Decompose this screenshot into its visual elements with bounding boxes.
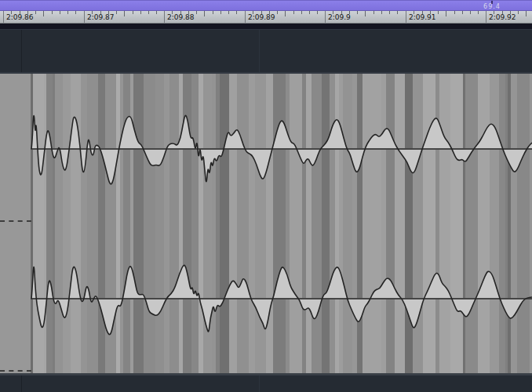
ruler-minor-tick (462, 11, 463, 14)
audio-item-waveform[interactable] (0, 72, 532, 375)
empty-track-area-top[interactable] (0, 30, 532, 72)
ruler-minor-tick (349, 11, 350, 14)
ruler-minor-tick (92, 11, 93, 14)
ruler-minor-tick (236, 11, 237, 14)
ruler-minor-tick (124, 11, 125, 16)
ruler-minor-tick (133, 11, 133, 14)
ruler-minor-tick (317, 11, 318, 14)
ruler-minor-tick (261, 11, 262, 14)
ruler-time-label: 2:09.91 (409, 13, 436, 21)
ruler-minor-tick (357, 11, 358, 14)
ruler-minor-tick (285, 11, 286, 16)
timeline-ruler[interactable]: 2:09.862:09.872:09.882:09.892:09.92:09.9… (0, 11, 532, 24)
ruler-minor-tick (389, 11, 390, 14)
ruler-minor-tick (220, 11, 221, 14)
ruler-major-tick (3, 11, 4, 23)
ruler-time-label: 2:09.88 (167, 13, 195, 21)
ruler-minor-tick (253, 11, 253, 14)
ruler-minor-tick (502, 11, 503, 14)
timeline-scrubber[interactable]: 69.4 (0, 0, 532, 11)
track-top-border (0, 72, 532, 74)
ruler-minor-tick (172, 11, 173, 14)
ruler-major-tick (486, 11, 486, 23)
grid-line (21, 30, 22, 72)
ruler-minor-tick (20, 11, 20, 14)
ruler-minor-tick (333, 11, 333, 14)
ruler-major-tick (406, 11, 406, 23)
ruler-minor-tick (11, 11, 12, 14)
ruler-minor-tick (140, 11, 141, 14)
ruler-minor-tick (422, 11, 423, 14)
zero-line-right-channel (0, 370, 31, 372)
marker-label: 69.4 (479, 3, 505, 10)
empty-area-bottom[interactable] (0, 375, 532, 392)
ruler-minor-tick (309, 11, 310, 14)
ruler-minor-tick (446, 11, 446, 16)
ruler-minor-tick (526, 11, 527, 16)
ruler-major-tick (245, 11, 246, 23)
ruler-minor-tick (35, 11, 36, 14)
ruler-time-label: 2:09.87 (87, 13, 115, 21)
ruler-minor-tick (438, 11, 439, 14)
ruler-minor-tick (373, 11, 374, 14)
ruler-minor-tick (67, 11, 68, 14)
grid-line (259, 30, 260, 72)
ruler-minor-tick (52, 11, 53, 14)
ruler-minor-tick (301, 11, 302, 14)
ruler-minor-tick (430, 11, 431, 14)
ruler-major-tick (84, 11, 85, 23)
ruler-minor-tick (100, 11, 101, 14)
arrange-view[interactable] (0, 72, 532, 375)
ruler-minor-tick (228, 11, 229, 14)
ruler-time-label: 2:09.92 (489, 13, 516, 21)
ruler-time-label: 2:09.9 (328, 13, 351, 21)
ruler-time-label: 2:09.86 (6, 13, 34, 21)
grid-line (21, 376, 22, 392)
ruler-minor-tick (269, 11, 270, 14)
grid-line (259, 376, 260, 392)
ruler-minor-tick (381, 11, 382, 14)
ruler-minor-tick (494, 11, 494, 14)
ruler-minor-tick (180, 11, 181, 14)
ruler-minor-tick (277, 11, 278, 14)
ruler-minor-tick (43, 11, 44, 16)
ruler-time-label: 2:09.89 (248, 13, 275, 21)
ruler-minor-tick (518, 11, 519, 14)
ruler-minor-tick (213, 11, 213, 14)
ruler-minor-tick (188, 11, 189, 14)
ruler-minor-tick (510, 11, 511, 14)
ruler-major-tick (325, 11, 326, 23)
ruler-minor-tick (60, 11, 60, 14)
ruler-minor-tick (293, 11, 294, 14)
ruler-minor-tick (27, 11, 28, 14)
ruler-minor-tick (156, 11, 157, 14)
ruler-minor-tick (341, 11, 342, 14)
ruler-shadow-strip (0, 24, 532, 30)
ruler-minor-tick (148, 11, 149, 14)
ruler-minor-tick (108, 11, 109, 14)
ruler-minor-tick (365, 11, 366, 16)
ruler-minor-tick (397, 11, 398, 14)
ruler-minor-tick (116, 11, 117, 14)
ruler-minor-tick (196, 11, 197, 14)
ruler-minor-tick (454, 11, 455, 14)
zero-line-left-channel (0, 220, 31, 222)
ruler-minor-tick (414, 11, 414, 14)
ruler-minor-tick (470, 11, 471, 14)
ruler-major-tick (164, 11, 165, 23)
ruler-minor-tick (75, 11, 76, 14)
daw-window: 69.4 2:09.862:09.872:09.882:09.892:09.92… (0, 0, 532, 392)
ruler-minor-tick (204, 11, 205, 16)
ruler-minor-tick (478, 11, 479, 14)
